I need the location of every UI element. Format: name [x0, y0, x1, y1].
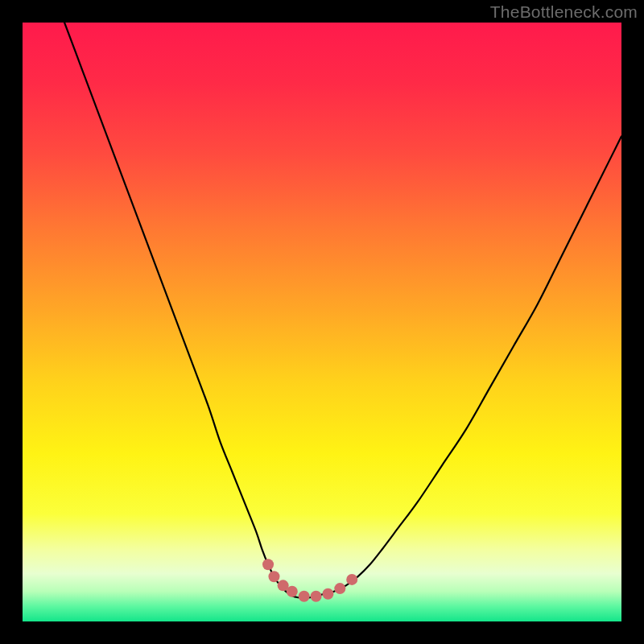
bottleneck-curve: [64, 23, 621, 597]
trough-markers: [262, 559, 357, 601]
trough-marker: [346, 574, 357, 585]
trough-marker: [268, 571, 279, 582]
trough-marker: [299, 591, 310, 602]
trough-marker: [262, 559, 274, 570]
watermark-text: TheBottleneck.com: [490, 2, 638, 22]
chart-frame: TheBottleneck.com: [0, 0, 644, 644]
trough-marker: [311, 591, 322, 602]
curve-layer: [23, 23, 621, 621]
plot-area: [23, 23, 621, 621]
trough-marker: [334, 583, 345, 594]
trough-marker: [322, 588, 333, 600]
trough-marker: [287, 586, 298, 597]
